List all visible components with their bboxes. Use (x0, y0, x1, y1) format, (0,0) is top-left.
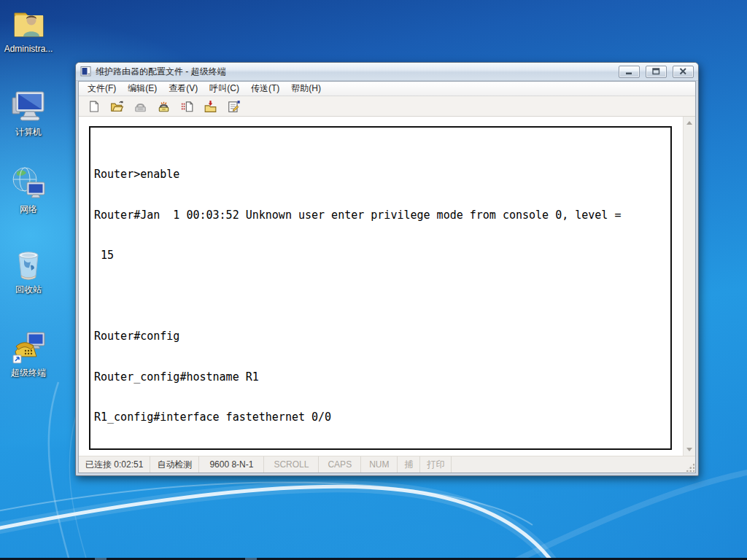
menu-call[interactable]: 呼叫(C) (204, 80, 245, 97)
terminal-line: Router#config (94, 330, 667, 343)
terminal-client-area: Router>enable Router#Jan 1 00:03:52 Unkn… (79, 117, 695, 456)
hyperterminal-icon (9, 328, 47, 366)
desktop-icon-recycle-bin[interactable]: 回收站 (1, 245, 56, 295)
desktop-icon-label: 网络 (1, 204, 56, 214)
hangup-icon (157, 100, 171, 113)
minimize-button[interactable] (619, 66, 640, 78)
window-titlebar[interactable]: 维护路由器的配置文件 - 超级终端 (76, 63, 698, 81)
send-button[interactable] (179, 98, 195, 114)
desktop-icon-administrator[interactable]: Administra... (1, 4, 56, 54)
terminal-line: Router_config#hostname R1 (94, 370, 667, 384)
network-globe-icon (9, 165, 47, 203)
status-connection: 已连接 0:02:51 (79, 456, 150, 472)
menu-file[interactable]: 文件(F) (82, 80, 122, 97)
window-title-icon (80, 66, 92, 77)
hyperterminal-window: 维护路由器的配置文件 - 超级终端 文件(F) 编辑(E) 查看(V) 呼叫(C… (75, 62, 699, 476)
scrollbar-down-button[interactable] (684, 443, 695, 456)
send-icon (180, 100, 194, 113)
maximize-button[interactable] (646, 66, 667, 78)
vertical-scrollbar[interactable] (683, 117, 695, 456)
menu-view[interactable]: 查看(V) (163, 80, 204, 97)
recycle-bin-icon (9, 245, 47, 283)
call-icon (133, 100, 147, 113)
terminal-line: R1_config#interface fastethernet 0/0 (94, 411, 667, 424)
close-button[interactable] (673, 66, 694, 78)
status-num: NUM (361, 456, 398, 472)
status-bar: 已连接 0:02:51 自动检测 9600 8-N-1 SCROLL CAPS … (79, 456, 695, 472)
window-body: 文件(F) 编辑(E) 查看(V) 呼叫(C) 传送(T) 帮助(H) (78, 81, 696, 473)
call-button (132, 98, 148, 114)
properties-button[interactable] (225, 98, 241, 114)
tool-bar (79, 96, 695, 117)
desktop-icon-hyperterminal[interactable]: 超级终端 (1, 328, 56, 378)
terminal-line (94, 289, 667, 303)
maximize-icon (652, 68, 660, 75)
status-scroll: SCROLL (264, 456, 319, 472)
new-file-button[interactable] (85, 98, 101, 114)
desktop-icon-network[interactable]: 网络 (1, 165, 56, 214)
desktop-icon-label: 计算机 (1, 127, 56, 137)
terminal-line: Router#Jan 1 00:03:52 Unknown user enter… (94, 209, 667, 222)
desktop-icon-label: 超级终端 (1, 368, 56, 378)
window-title: 维护路由器的配置文件 - 超级终端 (96, 66, 613, 78)
status-detect: 自动检测 (150, 456, 199, 472)
resize-grip[interactable] (685, 462, 694, 472)
menu-edit[interactable]: 编辑(E) (122, 80, 163, 97)
open-folder-button[interactable] (109, 98, 125, 114)
scroll-down-icon (686, 448, 692, 451)
scroll-up-icon (686, 121, 692, 125)
menu-bar: 文件(F) 编辑(E) 查看(V) 呼叫(C) 传送(T) 帮助(H) (79, 82, 695, 96)
desktop-icon-label: Administra... (1, 44, 56, 54)
status-print: 打印 (420, 456, 452, 472)
close-icon (679, 68, 687, 75)
open-folder-icon (110, 100, 124, 113)
scrollbar-up-button[interactable] (684, 117, 695, 129)
terminal-line: Router>enable (94, 168, 667, 182)
properties-icon (227, 100, 241, 113)
computer-icon (9, 88, 47, 125)
terminal-text: Router>enable Router#Jan 1 00:03:52 Unkn… (90, 128, 670, 450)
status-caps: CAPS (319, 456, 361, 472)
minimize-icon (625, 69, 633, 75)
terminal-screen[interactable]: Router>enable Router#Jan 1 00:03:52 Unkn… (89, 126, 672, 450)
user-folder-icon (9, 4, 47, 42)
status-capture: 捕 (398, 456, 420, 472)
hangup-button[interactable] (155, 98, 171, 114)
terminal-line: 15 (94, 249, 667, 262)
status-baud: 9600 8-N-1 (199, 456, 264, 472)
desktop-icon-label: 回收站 (1, 284, 56, 295)
desktop-icon-computer[interactable]: 计算机 (1, 88, 56, 137)
receive-button[interactable] (202, 98, 218, 114)
new-file-icon (88, 100, 100, 113)
menu-transfer[interactable]: 传送(T) (245, 80, 285, 97)
receive-icon (204, 100, 217, 113)
menu-help[interactable]: 帮助(H) (285, 80, 327, 97)
